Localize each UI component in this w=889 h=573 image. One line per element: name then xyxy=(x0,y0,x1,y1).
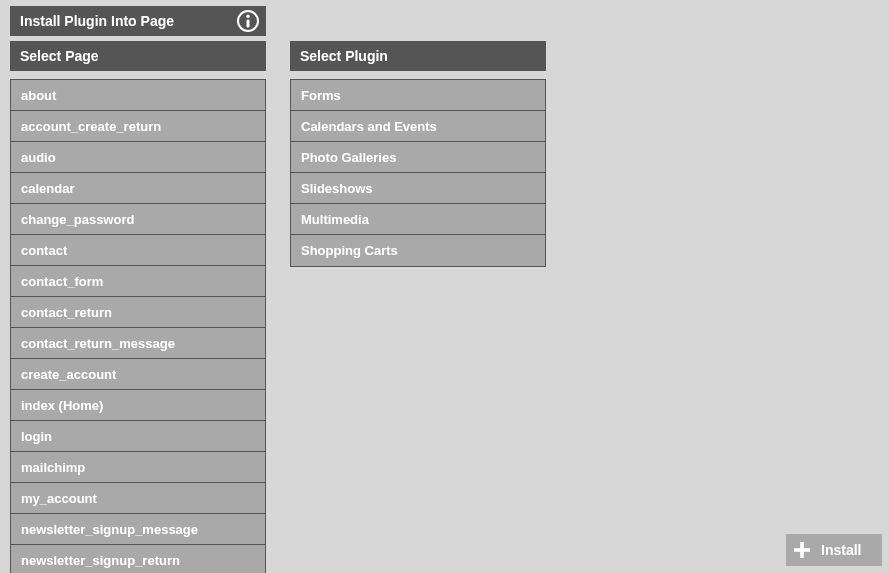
page-list-item[interactable]: about xyxy=(11,80,265,111)
plugin-list-item[interactable]: Multimedia xyxy=(291,204,545,235)
plugin-list-item[interactable]: Photo Galleries xyxy=(291,142,545,173)
page-list-item[interactable]: newsletter_signup_return xyxy=(11,545,265,573)
left-column: Install Plugin Into Page Select Page abo… xyxy=(10,6,266,573)
title-bar-label: Install Plugin Into Page xyxy=(20,13,174,29)
page-list-item[interactable]: contact_return_message xyxy=(11,328,265,359)
install-button-label: Install xyxy=(821,542,861,558)
plugin-list-item[interactable]: Forms xyxy=(291,80,545,111)
plugin-list-item[interactable]: Shopping Carts xyxy=(291,235,545,266)
page-list-item[interactable]: mailchimp xyxy=(11,452,265,483)
plugin-list-item[interactable]: Slideshows xyxy=(291,173,545,204)
svg-point-1 xyxy=(246,15,249,18)
page-list: aboutaccount_create_returnaudiocalendarc… xyxy=(10,79,266,573)
plugin-list: FormsCalendars and EventsPhoto Galleries… xyxy=(290,79,546,267)
page-list-item[interactable]: create_account xyxy=(11,359,265,390)
title-bar: Install Plugin Into Page xyxy=(10,6,266,36)
svg-rect-4 xyxy=(794,548,810,552)
page-list-item[interactable]: contact_form xyxy=(11,266,265,297)
install-button[interactable]: Install xyxy=(786,534,882,566)
svg-rect-2 xyxy=(247,20,250,28)
page-list-item[interactable]: index (Home) xyxy=(11,390,265,421)
info-icon[interactable] xyxy=(237,10,259,32)
page-list-item[interactable]: account_create_return xyxy=(11,111,265,142)
page-list-item[interactable]: login xyxy=(11,421,265,452)
select-page-header-label: Select Page xyxy=(20,48,99,64)
select-plugin-header: Select Plugin xyxy=(290,41,546,71)
page-list-item[interactable]: change_password xyxy=(11,204,265,235)
plus-icon xyxy=(793,541,811,559)
page-list-item[interactable]: newsletter_signup_message xyxy=(11,514,265,545)
page-list-item[interactable]: contact_return xyxy=(11,297,265,328)
page-list-item[interactable]: calendar xyxy=(11,173,265,204)
page-list-item[interactable]: contact xyxy=(11,235,265,266)
select-plugin-header-label: Select Plugin xyxy=(300,48,388,64)
right-column: Select Plugin FormsCalendars and EventsP… xyxy=(290,41,546,267)
select-page-header: Select Page xyxy=(10,41,266,71)
page-list-item[interactable]: audio xyxy=(11,142,265,173)
page-list-item[interactable]: my_account xyxy=(11,483,265,514)
plugin-list-item[interactable]: Calendars and Events xyxy=(291,111,545,142)
